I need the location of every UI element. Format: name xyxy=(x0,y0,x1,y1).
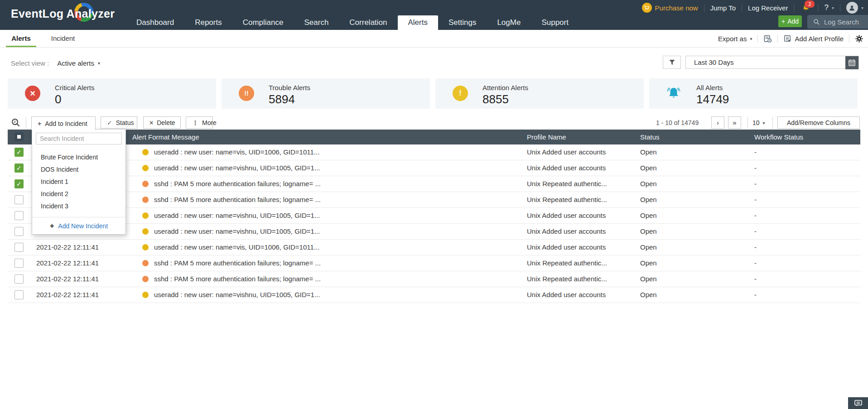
alert-status[interactable]: Open xyxy=(640,291,657,298)
alert-status[interactable]: Open xyxy=(640,180,657,188)
card-attention-alerts[interactable]: ! Attention Alerts 8855 xyxy=(435,78,644,109)
workflow-status: - xyxy=(754,212,757,219)
nav-logme[interactable]: LogMe xyxy=(487,15,531,30)
row-checkbox[interactable] xyxy=(14,259,24,268)
card-critical-alerts[interactable]: × Critical Alerts 0 xyxy=(8,78,216,109)
alert-status[interactable]: Open xyxy=(640,212,657,219)
alert-status[interactable]: Open xyxy=(640,196,657,203)
incident-option[interactable]: Brute Force Incident xyxy=(32,151,125,164)
row-checkbox[interactable] xyxy=(14,243,24,252)
tab-alerts[interactable]: Alerts xyxy=(6,30,36,47)
alert-message[interactable]: sshd : PAM 5 more authentication failure… xyxy=(154,180,321,188)
row-checkbox[interactable] xyxy=(14,227,24,236)
table-row[interactable]: sshd : PAM 5 more authentication failure… xyxy=(8,176,860,192)
plus-icon: + xyxy=(38,120,41,127)
row-checkbox[interactable] xyxy=(14,148,24,157)
double-chevron-right-icon: » xyxy=(733,119,736,126)
table-row[interactable]: 2021-02-22 12:11:41 useradd : new user: … xyxy=(8,287,860,303)
nav-search[interactable]: Search xyxy=(294,15,339,30)
incident-option[interactable]: DOS Incident xyxy=(32,164,125,176)
selected-view-value[interactable]: Active alerts xyxy=(57,59,94,67)
alert-message[interactable]: sshd : PAM 5 more authentication failure… xyxy=(154,275,321,283)
table-row[interactable]: 2021-02-22 12:11:41 sshd : PAM 5 more au… xyxy=(8,255,860,271)
alert-status[interactable]: Open xyxy=(640,227,657,235)
alert-message[interactable]: useradd : new user: name=vishnu, UID=100… xyxy=(154,164,320,172)
add-alert-profile-button[interactable]: Add Alert Profile xyxy=(783,34,844,43)
row-checkbox[interactable] xyxy=(14,274,24,284)
alert-status[interactable]: Open xyxy=(640,275,657,283)
alert-message[interactable]: useradd : new user: name=vis, UID=1006, … xyxy=(154,148,319,156)
incident-search-input[interactable] xyxy=(36,133,122,144)
col-header-message[interactable]: Alert Format Message xyxy=(132,133,199,141)
schedule-report-button[interactable] xyxy=(763,34,772,43)
table-row[interactable]: 2021-02-22 12:11:41 useradd : new user: … xyxy=(8,240,860,255)
nav-reports[interactable]: Reports xyxy=(184,15,232,30)
col-header-status[interactable]: Status xyxy=(640,133,660,141)
nav-settings[interactable]: Settings xyxy=(438,15,487,30)
row-checkbox[interactable] xyxy=(14,179,24,188)
log-search-box[interactable]: Log Search xyxy=(807,15,868,29)
table-row[interactable]: useradd : new user: name=vishnu, UID=100… xyxy=(8,160,860,176)
alert-status[interactable]: Open xyxy=(640,148,657,156)
row-checkbox[interactable] xyxy=(14,164,24,173)
notifications-button[interactable]: 2 xyxy=(800,2,812,14)
table-row[interactable]: 2021-02-22 12:11:41 sshd : PAM 5 more au… xyxy=(8,271,860,287)
table-row[interactable]: useradd : new user: name=vishnu, UID=100… xyxy=(8,208,860,224)
settings-gear-button[interactable] xyxy=(855,34,863,43)
severity-dot-icon xyxy=(142,149,149,155)
alert-message[interactable]: useradd : new user: name=vishnu, UID=100… xyxy=(154,227,320,235)
status-button[interactable]: ✓ Status xyxy=(101,116,137,129)
table-row[interactable]: useradd : new user: name=vishnu, UID=100… xyxy=(8,224,860,240)
next-page-button[interactable]: › xyxy=(711,116,724,129)
incident-option[interactable]: Incident 2 xyxy=(32,188,125,200)
row-checkbox[interactable] xyxy=(14,211,24,220)
table-row[interactable]: sshd : PAM 5 more authentication failure… xyxy=(8,192,860,208)
nav-correlation[interactable]: Correlation xyxy=(339,15,397,30)
purchase-now-link[interactable]: Purchase now xyxy=(642,3,698,13)
export-as-menu[interactable]: Export as ▾ xyxy=(718,35,752,43)
card-all-alerts[interactable]: All Alerts 14749 xyxy=(649,78,858,109)
nav-support[interactable]: Support xyxy=(531,15,579,30)
row-checkbox[interactable] xyxy=(14,290,24,299)
add-new-incident-button[interactable]: + Add New Incident xyxy=(32,217,125,234)
workflow-status: - xyxy=(754,227,757,235)
alert-status[interactable]: Open xyxy=(640,164,657,172)
add-button[interactable]: + Add xyxy=(778,15,802,27)
filter-button[interactable] xyxy=(663,56,681,69)
col-header-profile[interactable]: Profile Name xyxy=(527,133,566,141)
incident-option[interactable]: Incident 3 xyxy=(32,200,125,212)
alert-message[interactable]: useradd : new user: name=vis, UID=1006, … xyxy=(154,243,319,251)
alert-message[interactable]: sshd : PAM 5 more authentication failure… xyxy=(154,196,321,203)
alert-message[interactable]: sshd : PAM 5 more authentication failure… xyxy=(154,259,321,267)
help-menu[interactable]: ? ▾ xyxy=(824,3,834,12)
incident-option[interactable]: Incident 1 xyxy=(32,176,125,188)
add-to-incident-button[interactable]: + Add to Incident xyxy=(31,116,96,130)
nav-compliance[interactable]: Compliance xyxy=(232,15,294,30)
last-page-button[interactable]: » xyxy=(728,116,741,129)
date-range-picker[interactable]: Last 30 Days xyxy=(685,56,859,69)
add-remove-columns-button[interactable]: Add/Remove Columns xyxy=(777,116,860,129)
alert-message[interactable]: useradd : new user: name=vishnu, UID=100… xyxy=(154,291,320,298)
page-size-select[interactable]: 10 ▾ xyxy=(752,119,765,126)
jump-to-link[interactable]: Jump To xyxy=(710,4,736,12)
more-button[interactable]: ⋮ More xyxy=(186,116,213,129)
col-header-workflow[interactable]: Workflow Status xyxy=(754,133,803,141)
feedback-chat-button[interactable] xyxy=(848,397,868,409)
log-receiver-link[interactable]: Log Receiver xyxy=(748,4,788,12)
account-menu[interactable]: ▾ xyxy=(846,2,863,14)
add-to-incident-dropdown: Brute Force Incident DOS Incident Incide… xyxy=(32,129,126,235)
table-search-icon[interactable] xyxy=(11,118,21,128)
nav-alerts[interactable]: Alerts xyxy=(398,15,438,30)
alert-status[interactable]: Open xyxy=(640,259,657,267)
select-all-checkbox[interactable] xyxy=(14,132,24,141)
table-row[interactable]: useradd : new user: name=vis, UID=1006, … xyxy=(8,144,860,160)
alert-status[interactable]: Open xyxy=(640,243,657,251)
alert-message[interactable]: useradd : new user: name=vishnu, UID=100… xyxy=(154,212,320,219)
profile-name: Unix Added user accounts xyxy=(527,243,606,251)
delete-button[interactable]: × Delete xyxy=(143,116,181,129)
card-trouble-alerts[interactable]: !! Trouble Alerts 5894 xyxy=(222,78,430,109)
calendar-button[interactable] xyxy=(845,56,858,69)
nav-dashboard[interactable]: Dashboard xyxy=(126,15,184,30)
tab-incident[interactable]: Incident xyxy=(47,30,79,47)
row-checkbox[interactable] xyxy=(14,195,24,204)
